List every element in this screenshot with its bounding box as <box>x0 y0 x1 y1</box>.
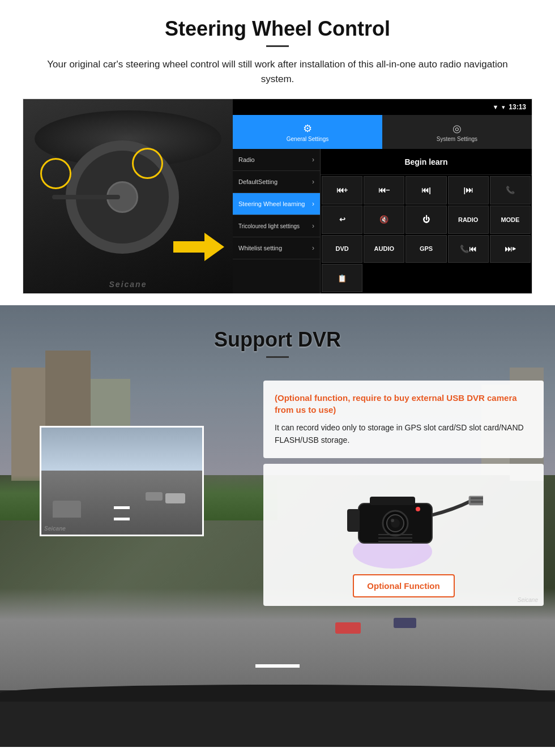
android-statusbar: ▼ ▾ 13:13 <box>233 99 532 115</box>
menu-arrow-tricoloured: › <box>312 222 314 230</box>
android-ui-panel: ▼ ▾ 13:13 ⚙ General Settings ◎ System Se… <box>233 99 532 293</box>
dvr-screenshot-image: Seicane <box>40 426 204 536</box>
ctrl-btn-radio[interactable]: RADIO <box>448 206 489 234</box>
title-divider <box>266 45 289 47</box>
dvr-camera-box: Optional Function Seicane <box>263 464 544 606</box>
menu-item-radio[interactable]: Radio › <box>233 149 320 171</box>
android-side-menu: Radio › DefaultSetting › Steering Wheel … <box>233 149 321 293</box>
left-control-highlight <box>40 158 71 189</box>
dvr-camera-illustration <box>325 472 483 569</box>
ctrl-btn-mode[interactable]: MODE <box>490 206 531 234</box>
ctrl-btn-call[interactable]: 📞 <box>490 176 531 204</box>
android-control-content: Begin learn ⏮+ ⏮− ⏮| |⏭ 📞 ↩ 🔇 ⏻ RADIO MO… <box>321 149 532 293</box>
ctrl-btn-extra[interactable]: 📋 <box>322 264 362 292</box>
menu-item-whitelist[interactable]: Whitelist setting › <box>233 237 320 259</box>
control-buttons-grid: ⏮+ ⏮− ⏮| |⏭ 📞 ↩ 🔇 ⏻ RADIO MODE DVD AUDIO… <box>321 175 532 293</box>
menu-label-tricoloured: Tricoloured light settings <box>238 223 300 229</box>
steering-content-area: Seicane ▼ ▾ 13:13 ⚙ General Settings ◎ S… <box>23 99 532 294</box>
ctrl-btn-back[interactable]: ↩ <box>322 206 362 234</box>
status-time: 13:13 <box>509 103 526 111</box>
dvr-title: Support DVR <box>0 328 555 352</box>
ctrl-btn-power[interactable]: ⏻ <box>405 206 446 234</box>
ctrl-btn-call-prev[interactable]: 📞⏮ <box>448 235 489 263</box>
photo-watermark: Seicane <box>109 280 147 289</box>
steering-photo-inner: Seicane <box>23 99 233 294</box>
begin-learn-button[interactable]: Begin learn <box>404 157 447 166</box>
menu-arrow-default: › <box>312 178 314 186</box>
dvr-right-panel: (Optional function, require to buy exter… <box>263 381 544 606</box>
menu-arrow-whitelist: › <box>312 244 314 252</box>
svg-rect-6 <box>370 497 415 505</box>
menu-item-tricoloured[interactable]: Tricoloured light settings › <box>233 215 320 237</box>
svg-marker-0 <box>173 233 224 261</box>
menu-label-whitelist: Whitelist setting <box>238 245 282 251</box>
dvr-content-overlay: Support DVR Seicane <box>0 305 555 606</box>
svg-rect-3 <box>471 497 483 499</box>
svg-rect-4 <box>471 501 483 503</box>
wifi-icon: ▾ <box>502 104 505 111</box>
dvr-title-area: Support DVR <box>0 322 555 369</box>
system-settings-icon: ◎ <box>452 122 462 135</box>
general-settings-label: General Settings <box>287 136 329 142</box>
ctrl-btn-mute[interactable]: 🔇 <box>364 206 404 234</box>
arrow-graphic <box>173 230 224 266</box>
svg-rect-7 <box>347 509 360 532</box>
ctrl-btn-dvd[interactable]: DVD <box>322 235 362 263</box>
tab-system-settings[interactable]: ◎ System Settings <box>382 115 532 149</box>
general-settings-icon: ⚙ <box>303 122 312 135</box>
system-settings-label: System Settings <box>437 136 477 142</box>
optional-function-button[interactable]: Optional Function <box>353 574 455 597</box>
menu-arrow-steering: › <box>312 200 314 208</box>
menu-item-steering-learning[interactable]: Steering Wheel learning › <box>233 193 320 215</box>
svg-point-11 <box>391 519 394 522</box>
ctrl-btn-gps[interactable]: GPS <box>405 235 446 263</box>
menu-label-steering: Steering Wheel learning <box>238 200 305 207</box>
dvr-lower-content: Seicane (Optional function, require to b… <box>0 369 555 606</box>
ctrl-btn-next[interactable]: |⏭ <box>448 176 489 204</box>
begin-learn-row: Begin learn <box>321 149 532 175</box>
menu-label-defaultsetting: DefaultSetting <box>238 178 278 185</box>
tab-general-settings[interactable]: ⚙ General Settings <box>233 115 382 149</box>
svg-point-12 <box>416 507 420 511</box>
steering-photo: Seicane <box>23 99 233 294</box>
ctrl-btn-audio[interactable]: AUDIO <box>364 235 404 263</box>
dvr-section: Support DVR Seicane <box>0 305 555 747</box>
dvr-info-box: (Optional function, require to buy exter… <box>263 381 544 458</box>
android-tabs: ⚙ General Settings ◎ System Settings <box>233 115 532 149</box>
dvr-info-title: (Optional function, require to buy exter… <box>275 392 532 416</box>
signal-icon: ▼ <box>492 104 498 110</box>
dvr-left-panel: Seicane <box>11 381 255 536</box>
menu-item-defaultsetting[interactable]: DefaultSetting › <box>233 171 320 193</box>
ctrl-btn-vol-minus[interactable]: ⏮− <box>364 176 404 204</box>
screenshot-watermark: Seicane <box>44 526 66 532</box>
dvr-title-divider <box>266 356 289 358</box>
steering-section: Steering Wheel Control Your original car… <box>0 0 555 305</box>
camera-box-watermark: Seicane <box>518 597 538 603</box>
steering-title: Steering Wheel Control <box>23 17 532 41</box>
ctrl-btn-fast-fwd[interactable]: ⏭▶ <box>490 235 531 263</box>
menu-arrow-radio: › <box>312 156 314 164</box>
steering-subtitle: Your original car's steering wheel contr… <box>34 57 521 86</box>
dvr-info-text: It can record video only to storage in G… <box>275 421 532 447</box>
ctrl-btn-vol-plus[interactable]: ⏮+ <box>322 176 362 204</box>
menu-label-radio: Radio <box>238 156 255 163</box>
android-main-content: Radio › DefaultSetting › Steering Wheel … <box>233 149 532 293</box>
ctrl-btn-prev[interactable]: ⏮| <box>405 176 446 204</box>
